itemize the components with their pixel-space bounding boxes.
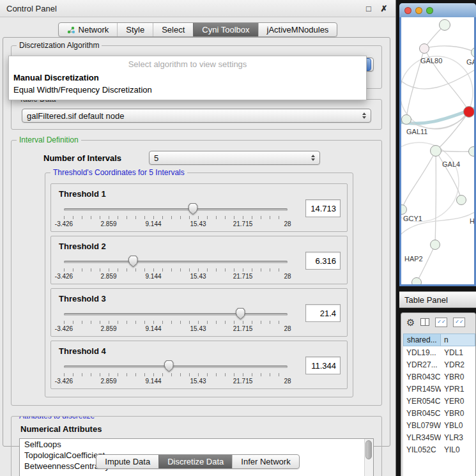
network-node[interactable] <box>419 43 429 54</box>
network-node[interactable] <box>456 195 466 205</box>
table-cell[interactable]: YER0 <box>441 397 475 406</box>
table-cell[interactable]: YIL052C <box>403 445 441 454</box>
zoom-traffic-light-icon[interactable] <box>426 7 433 14</box>
table-row[interactable]: YER054CYER0 <box>403 395 475 407</box>
slider-thumb[interactable] <box>188 203 198 215</box>
table-cell[interactable]: YBL079W <box>403 421 441 430</box>
popup-item-manual-discretization[interactable]: Manual Discretization <box>9 72 366 84</box>
table-cell[interactable]: YPR1 <box>441 385 475 394</box>
tick-label: 15.43 <box>190 325 206 332</box>
close-icon[interactable]: ✗ <box>379 4 389 13</box>
network-node[interactable] <box>463 106 474 118</box>
algorithm-dropdown-popup: Select algorithm to view settings Manual… <box>8 56 367 100</box>
minimize-traffic-light-icon[interactable] <box>415 7 422 14</box>
attribute-list-item[interactable]: SelfLoops <box>20 439 373 450</box>
tab-select[interactable]: Select <box>153 23 193 36</box>
table-cell[interactable]: YPR145W <box>403 385 441 394</box>
network-node[interactable] <box>430 240 440 250</box>
tick-labels: -3.4262.8599.14415.4321.71528 <box>64 325 288 333</box>
tick-label: 2.859 <box>100 273 116 280</box>
tab-style-label: Style <box>126 25 144 35</box>
threshold-slider[interactable] <box>64 204 288 215</box>
tab-discretize-data[interactable]: Discretize Data <box>158 455 232 468</box>
tick-label: 2.859 <box>100 220 116 227</box>
network-node[interactable] <box>468 146 474 157</box>
table-data-combobox[interactable]: galFiltered.sif default node <box>22 109 371 123</box>
column-header-name[interactable]: n <box>441 334 475 346</box>
network-node[interactable] <box>430 145 441 157</box>
table-cell[interactable]: YBR045C <box>403 409 441 418</box>
popup-item-equal-width-frequency[interactable]: Equal Width/Frequency Discretization <box>9 84 366 96</box>
threshold-slider[interactable] <box>64 257 288 267</box>
threshold-value-field[interactable]: 21.4 <box>305 304 341 322</box>
slider-track[interactable] <box>64 208 288 211</box>
table-cell[interactable]: YBR043C <box>403 372 441 381</box>
slider-area: Threshold 1-3.4262.8599.14415.4321.71528 <box>58 188 299 228</box>
node-label: GA <box>466 58 474 66</box>
threshold-slider[interactable] <box>64 362 288 372</box>
node-label: GAL80 <box>420 57 442 65</box>
columns-icon[interactable] <box>420 318 429 326</box>
gear-icon[interactable]: ⚙ <box>406 318 415 327</box>
table-cell[interactable]: YBL0 <box>441 421 475 430</box>
table-cell[interactable]: YDR2 <box>441 360 475 369</box>
tab-cyni-toolbox[interactable]: Cyni Toolbox <box>193 23 257 36</box>
table-cell[interactable]: YBR0 <box>441 409 475 418</box>
table-cell[interactable]: YLR3 <box>441 433 475 442</box>
select-columns-checkboxes-icon[interactable]: ✓✓ <box>453 318 465 327</box>
tab-infer-network[interactable]: Infer Network <box>232 455 298 468</box>
float-window-icon[interactable]: □ <box>364 4 374 13</box>
table-cell[interactable]: YBR0 <box>441 372 475 381</box>
table-row[interactable]: YIL052CYIL0 <box>403 443 475 456</box>
tick-label: -3.426 <box>55 273 73 280</box>
table-row[interactable]: YBL079WYBL0 <box>403 419 475 431</box>
node-label: HAP2 <box>404 255 423 263</box>
discretization-algorithm-legend: Discretization Algorithm <box>17 41 102 50</box>
tick-label: 28 <box>284 220 291 227</box>
slider-track[interactable] <box>64 365 288 368</box>
tab-impute-data-label: Impute Data <box>105 457 150 466</box>
threshold-slider[interactable] <box>64 309 288 319</box>
threshold-value-field[interactable]: 11.344 <box>305 357 341 374</box>
app: Control Panel □ ✗ Network <box>0 0 476 476</box>
column-header-shared-name[interactable]: shared... <box>403 334 441 346</box>
table-row[interactable]: YPR145WYPR1 <box>403 383 475 395</box>
table-panel-header[interactable]: Table Panel <box>399 291 476 308</box>
tab-impute-data[interactable]: Impute Data <box>96 455 158 468</box>
table-row[interactable]: YBR045CYBR0 <box>403 407 475 419</box>
slider-tick-marks <box>64 268 288 272</box>
tick-label: 28 <box>284 273 291 280</box>
tick-label: 28 <box>284 378 291 385</box>
number-of-intervals-combobox[interactable]: 5 <box>149 151 320 165</box>
table-cell[interactable]: YLR345W <box>403 433 441 442</box>
network-node[interactable] <box>401 114 411 125</box>
table-cell[interactable]: YDL19... <box>403 348 441 357</box>
table-row[interactable]: YLR345WYLR3 <box>403 431 475 443</box>
tick-labels: -3.4262.8599.14415.4321.71528 <box>64 220 288 228</box>
slider-thumb[interactable] <box>164 360 174 372</box>
slider-track[interactable] <box>64 261 288 263</box>
tab-style[interactable]: Style <box>117 23 153 36</box>
slider-thumb[interactable] <box>236 308 245 319</box>
table-cell[interactable]: YER054C <box>403 397 441 406</box>
table-row[interactable]: YBR043CYBR0 <box>403 371 475 383</box>
slider-thumb[interactable] <box>128 256 138 267</box>
table-cell[interactable]: YIL0 <box>441 445 475 454</box>
network-canvas[interactable]: GAL80GAGAL11GAL4GCY1HHAP2 <box>401 17 474 284</box>
table-row[interactable]: YDR27...YDR2 <box>403 358 475 371</box>
tick-label: 21.715 <box>233 325 253 332</box>
tab-jactivemodules[interactable]: jActiveMNodules <box>258 23 337 36</box>
table-cell[interactable]: YDR27... <box>403 360 441 369</box>
table-cell[interactable]: YDL1 <box>441 348 475 357</box>
slider-track[interactable] <box>64 313 288 316</box>
close-traffic-light-icon[interactable] <box>404 7 411 14</box>
network-node[interactable] <box>439 19 450 31</box>
threshold-value-field[interactable]: 6.316 <box>305 252 341 270</box>
network-node[interactable] <box>411 277 422 284</box>
show-columns-checkboxes-icon[interactable]: ✓✓ <box>435 318 447 327</box>
table-row[interactable]: YDL19...YDL1 <box>403 346 475 358</box>
threshold-value-field[interactable]: 14.713 <box>305 199 341 217</box>
table-data-group: Table Data galFiltered.sif default node <box>11 99 382 130</box>
window-title: Control Panel <box>6 4 358 13</box>
tab-network[interactable]: Network <box>59 23 118 36</box>
